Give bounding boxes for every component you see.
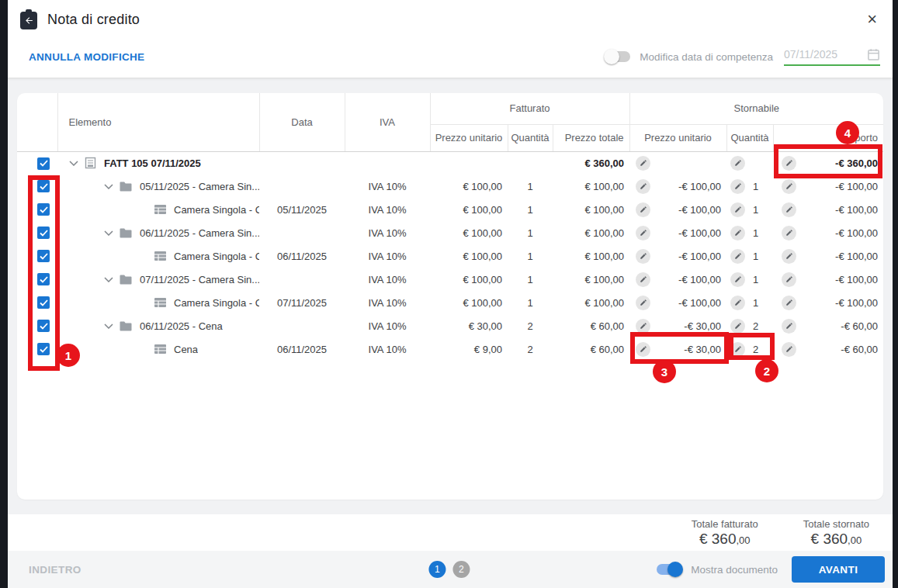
mostra-documento-toggle[interactable]	[655, 562, 683, 577]
row-label: Camera Singola - Ca...	[174, 204, 259, 216]
row-data	[259, 221, 345, 244]
edit-icon[interactable]	[636, 319, 650, 334]
competenza-date-field	[784, 48, 880, 66]
row-stornabile-prezzo-unitario: -€ 100,00	[629, 179, 726, 194]
row-stornabile-prezzo-unitario: -€ 100,00	[629, 202, 726, 217]
edit-icon[interactable]	[782, 202, 796, 217]
row-stornabile-quantita: 1	[726, 296, 773, 310]
row-label: 05/11/2025 - Camera Sin...	[140, 181, 259, 192]
row-label: Cena	[174, 344, 198, 355]
table-row: 07/11/2025 - Camera Sin...IVA 10%€ 100,0…	[17, 268, 883, 291]
row-label: 07/11/2025 - Camera Sin...	[140, 274, 259, 285]
edit-icon[interactable]	[782, 249, 796, 264]
calendar-icon[interactable]	[867, 48, 880, 61]
edit-icon[interactable]	[730, 249, 745, 264]
edit-icon[interactable]	[730, 226, 745, 240]
row-stornabile-importo: -€ 100,00	[773, 202, 883, 217]
row-stornabile-prezzo-unitario	[629, 156, 726, 171]
row-stornabile-importo: -€ 100,00	[773, 296, 883, 310]
edit-icon[interactable]	[636, 272, 650, 287]
row-fatturato-quantita: 1	[508, 268, 553, 291]
row-stornabile-importo: -€ 100,00	[773, 179, 883, 194]
row-data: 06/11/2025	[259, 244, 345, 268]
row-data	[259, 175, 345, 198]
edit-icon[interactable]	[730, 179, 745, 194]
totale-fatturato-block: Totale fatturato € 360,00	[692, 518, 758, 548]
edit-icon[interactable]	[782, 296, 796, 310]
row-label: 06/11/2025 - Camera Sin...	[140, 227, 259, 239]
edit-icon[interactable]	[730, 272, 745, 287]
column-elemento: Elemento	[57, 93, 259, 151]
edit-icon[interactable]	[782, 272, 796, 287]
row-stornabile-quantita: 1	[726, 179, 773, 194]
chevron-down-icon[interactable]	[103, 230, 114, 236]
row-checkbox[interactable]	[37, 157, 50, 170]
modal-body: Elemento Data IVA Fatturato Stornabile P…	[8, 78, 893, 514]
row-fatturato-quantita: 1	[508, 175, 553, 198]
edit-icon[interactable]	[636, 296, 650, 310]
table-row: FATT 105 07/11/2025€ 360,00-€ 360,00	[17, 151, 883, 175]
table-row: Camera Singola - Ca...07/11/2025IVA 10%€…	[17, 291, 883, 314]
row-fatturato-prezzo-totale: € 60,00	[553, 337, 629, 361]
footer-right: Mostra documento AVANTI	[655, 556, 885, 583]
row-stornabile-quantita	[726, 156, 773, 171]
edit-icon[interactable]	[636, 202, 650, 217]
row-fatturato-quantita: 1	[508, 221, 553, 244]
edit-icon[interactable]	[782, 226, 796, 240]
row-fatturato-prezzo-totale: € 100,00	[553, 221, 629, 244]
credit-note-modal: Nota di credito × ANNULLA MODIFICHE Modi…	[8, 0, 893, 588]
select-column-header	[17, 93, 57, 151]
row-stornabile-prezzo-unitario: -€ 30,00	[629, 319, 726, 334]
chevron-down-icon[interactable]	[103, 277, 114, 282]
row-label: Camera Singola - Ca...	[174, 297, 259, 309]
row-stornabile-quantita: 1	[726, 202, 773, 217]
row-data: 06/11/2025	[259, 337, 345, 361]
edit-icon[interactable]	[730, 202, 745, 217]
pagination: 12	[428, 561, 470, 578]
edit-icon[interactable]	[782, 319, 796, 334]
table-row: Camera Singola - Ca...06/11/2025IVA 10%€…	[17, 244, 883, 268]
avanti-button[interactable]: AVANTI	[792, 556, 885, 583]
row-data	[259, 268, 345, 291]
edit-icon[interactable]	[636, 226, 650, 240]
row-iva: IVA 10%	[345, 337, 430, 361]
edit-icon[interactable]	[636, 156, 650, 171]
row-fatturato-prezzo-unitario: € 100,00	[430, 175, 508, 198]
row-data: 05/11/2025	[259, 198, 345, 221]
edit-icon[interactable]	[782, 179, 796, 194]
modifica-data-toggle[interactable]	[604, 49, 632, 64]
items-table: Elemento Data IVA Fatturato Stornabile P…	[17, 93, 883, 361]
chevron-down-icon[interactable]	[68, 161, 79, 166]
screen: Nota di credito × ANNULLA MODIFICHE Modi…	[0, 0, 898, 588]
row-label: 06/11/2025 - Cena	[140, 320, 223, 332]
actions-row: ANNULLA MODIFICHE Modifica data di compe…	[8, 39, 893, 78]
competenza-date-input[interactable]	[784, 48, 855, 61]
edit-icon[interactable]	[636, 179, 650, 194]
column-stornabile-quantita: Quantità	[726, 124, 773, 151]
row-data	[259, 314, 345, 337]
indietro-button[interactable]: INDIETRO	[29, 564, 81, 576]
edit-icon[interactable]	[636, 249, 650, 264]
edit-icon[interactable]	[730, 296, 745, 310]
chevron-down-icon[interactable]	[103, 323, 114, 329]
row-fatturato-prezzo-unitario: € 100,00	[430, 291, 508, 314]
grid-icon	[154, 251, 166, 261]
close-icon[interactable]: ×	[864, 11, 880, 28]
row-iva: IVA 10%	[345, 291, 430, 314]
totale-stornato-block: Totale stornato € 360,00	[803, 518, 869, 548]
edit-icon[interactable]	[730, 319, 745, 334]
chevron-down-icon[interactable]	[103, 184, 114, 189]
annotation-box-1	[28, 175, 60, 371]
row-label: Camera Singola - Ca...	[174, 251, 259, 262]
page-dot-2[interactable]: 2	[452, 561, 470, 578]
edit-icon[interactable]	[782, 342, 796, 357]
row-fatturato-prezzo-unitario: € 100,00	[430, 221, 508, 244]
edit-icon[interactable]	[730, 156, 745, 171]
table-row: 06/11/2025 - Camera Sin...IVA 10%€ 100,0…	[17, 221, 883, 244]
row-iva: IVA 10%	[345, 198, 430, 221]
group-fatturato: Fatturato	[430, 93, 629, 124]
page-dot-1[interactable]: 1	[428, 561, 446, 578]
totale-stornato-value: € 360,00	[803, 531, 869, 548]
group-stornabile: Stornabile	[629, 93, 883, 124]
annulla-modifiche-button[interactable]: ANNULLA MODIFICHE	[29, 51, 144, 63]
